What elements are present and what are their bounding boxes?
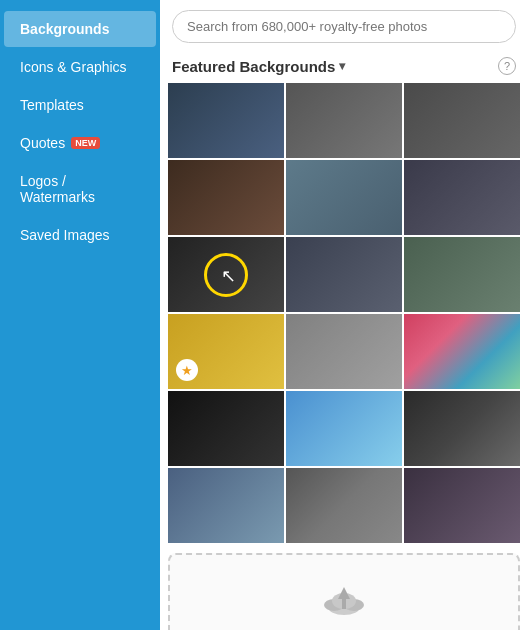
- bg-image-3[interactable]: [404, 83, 520, 158]
- sidebar-item-backgrounds[interactable]: Backgrounds: [4, 11, 156, 47]
- search-bar-container: [160, 0, 528, 51]
- featured-title-group[interactable]: Featured Backgrounds ▾: [172, 58, 345, 75]
- bg-image-18[interactable]: [404, 468, 520, 543]
- sidebar-label-icons-graphics: Icons & Graphics: [20, 59, 127, 75]
- bg-image-16[interactable]: [168, 468, 284, 543]
- bg-image-5[interactable]: [286, 160, 402, 235]
- bg-image-12[interactable]: [404, 314, 520, 389]
- cursor-circle: ↖: [204, 253, 248, 297]
- sidebar: Backgrounds Icons & Graphics Templates Q…: [0, 0, 160, 630]
- sidebar-item-logos-watermarks[interactable]: Logos / Watermarks: [4, 163, 156, 215]
- quotes-new-badge: NEW: [71, 137, 100, 149]
- bg-image-8[interactable]: [286, 237, 402, 312]
- main-content: Featured Backgrounds ▾ ?: [160, 0, 528, 630]
- bg-image-4[interactable]: [168, 160, 284, 235]
- help-icon[interactable]: ?: [498, 57, 516, 75]
- chevron-down-icon: ▾: [339, 59, 345, 73]
- bg-image-10[interactable]: ★: [168, 314, 284, 389]
- sidebar-label-logos-watermarks: Logos / Watermarks: [20, 173, 140, 205]
- sidebar-label-saved-images: Saved Images: [20, 227, 110, 243]
- featured-title-text: Featured Backgrounds: [172, 58, 335, 75]
- sidebar-item-icons-graphics[interactable]: Icons & Graphics: [4, 49, 156, 85]
- star-badge: ★: [176, 359, 198, 381]
- sidebar-item-templates[interactable]: Templates: [4, 87, 156, 123]
- featured-header: Featured Backgrounds ▾ ?: [160, 51, 528, 83]
- search-input[interactable]: [172, 10, 516, 43]
- svg-rect-5: [342, 597, 346, 609]
- sidebar-label-templates: Templates: [20, 97, 84, 113]
- upload-cloud-icon: [320, 579, 368, 628]
- sidebar-label-backgrounds: Backgrounds: [20, 21, 109, 37]
- cursor-icon: ↖: [221, 265, 236, 287]
- bg-image-15[interactable]: [404, 391, 520, 466]
- bg-image-2[interactable]: [286, 83, 402, 158]
- bg-image-6[interactable]: [404, 160, 520, 235]
- bg-image-14[interactable]: [286, 391, 402, 466]
- bg-image-9[interactable]: [404, 237, 520, 312]
- image-grid: ↖ ★: [160, 83, 528, 543]
- sidebar-label-quotes: Quotes: [20, 135, 65, 151]
- bg-image-11[interactable]: [286, 314, 402, 389]
- sidebar-item-quotes[interactable]: Quotes NEW: [4, 125, 156, 161]
- bg-image-1[interactable]: [168, 83, 284, 158]
- upload-backgrounds-area[interactable]: Upload Backgrounds: [168, 553, 520, 630]
- bg-image-7[interactable]: ↖: [168, 237, 284, 312]
- bg-image-17[interactable]: [286, 468, 402, 543]
- sidebar-item-saved-images[interactable]: Saved Images: [4, 217, 156, 253]
- bg-image-13[interactable]: [168, 391, 284, 466]
